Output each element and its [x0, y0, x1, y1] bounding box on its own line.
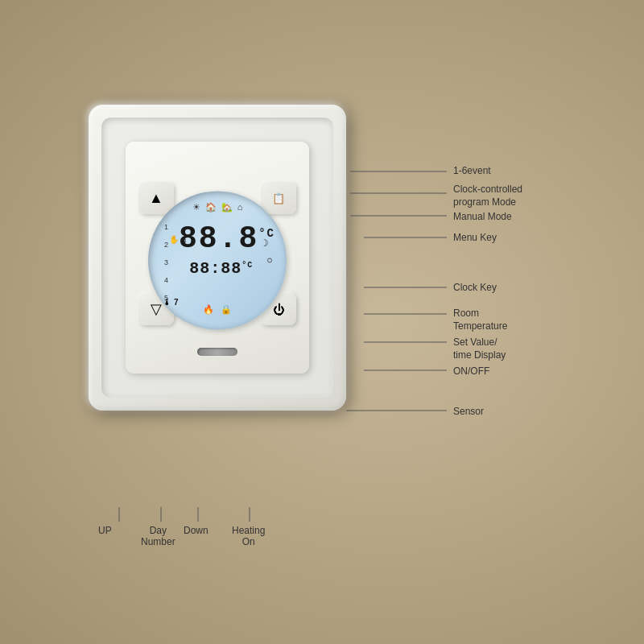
lcd-display: ☀ 🏠 🏡 ⌂ 1 2 3 4 5 [148, 191, 287, 329]
label-1-6event: 1-6event [453, 165, 491, 176]
flame-icon: 🔥 [203, 304, 214, 315]
label-sensor: Sensor [453, 406, 484, 417]
thermostat-device: ▲ ▽ 📋 ⏻ [126, 142, 309, 374]
label-set-value: Set Value/ time Display [453, 336, 506, 361]
right-indicator [267, 258, 272, 262]
scale-4: 4 [164, 276, 168, 284]
home-icon: 🏠 [205, 202, 217, 213]
hand-icon: ✋ [169, 235, 179, 244]
thermometer-icon: 🌡 [163, 297, 171, 307]
label-room-temp: Room Temperature [453, 308, 507, 332]
label-clock-key: Clock Key [453, 282, 497, 293]
scale-1: 1 [164, 223, 168, 231]
time-value: 88:88 [189, 259, 242, 278]
label-down: Down [184, 525, 208, 536]
sun-icon: ☀ [192, 202, 200, 213]
label-heating-on: Heating On [232, 525, 265, 547]
lcd-inner: ☀ 🏠 🏡 ⌂ 1 2 3 4 5 [148, 191, 287, 329]
label-up: UP [98, 525, 112, 536]
label-on-off: ON/OFF [453, 365, 489, 377]
icons-bottom-row: 🔥 🔒 [203, 304, 232, 315]
home-schedule-icon: ⌂ [237, 202, 243, 213]
lock-icon: 🔒 [221, 304, 232, 315]
label-manual-mode: Manual Mode [453, 211, 512, 222]
scale-2: 2 [164, 241, 168, 249]
indicator-slot [197, 348, 237, 356]
temperature-value: 88.8 [179, 221, 258, 256]
day-number-display: 7 [174, 298, 179, 307]
moon-icon: ☽ [260, 237, 269, 249]
time-display: 88:88°C [189, 259, 253, 278]
time-unit: °C [242, 261, 253, 270]
home-settings-icon: 🏡 [221, 202, 233, 213]
scale-3: 3 [164, 258, 168, 266]
scale-numbers: 1 2 3 4 5 [164, 223, 168, 302]
wall-plate-inner: ▲ ▽ 📋 ⏻ [101, 118, 333, 398]
scene: ▲ ▽ 📋 ⏻ [0, 0, 644, 644]
label-day-number: Day Number [141, 525, 175, 547]
label-clock-controlled: Clock-controlled program Mode [453, 184, 522, 208]
label-menu-key: Menu Key [453, 232, 497, 243]
icons-top-row: ☀ 🏠 🏡 ⌂ [192, 202, 243, 213]
wall-plate: ▲ ▽ 📋 ⏻ [89, 105, 346, 411]
